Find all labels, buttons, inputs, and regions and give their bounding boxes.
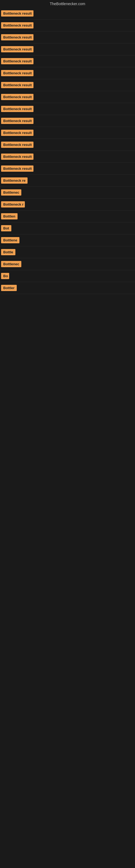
bottleneck-badge: Bottleneck result (1, 58, 34, 64)
bottleneck-badge: Bo (1, 273, 9, 279)
bottleneck-badge: Bottlene (1, 237, 19, 243)
bottleneck-badge: Bottlenec (1, 261, 21, 267)
list-item[interactable]: Bottleneck result (0, 8, 135, 20)
list-item[interactable]: Bottleneck result (0, 115, 135, 127)
bottleneck-badge: Bottleneck result (1, 118, 34, 124)
list-item[interactable]: Bottleneck result (0, 91, 135, 103)
bottleneck-badge: Bottleneck result (1, 46, 34, 52)
list-item[interactable]: Bottleneck result (0, 127, 135, 139)
bottleneck-badge: Bot (1, 225, 11, 231)
bottleneck-badge: Bottleneck result (1, 34, 34, 40)
bottleneck-badge: Bottleneck result (1, 130, 34, 136)
bottleneck-badge: Bottleneck result (1, 10, 34, 17)
bottleneck-badge: Bottleneck result (1, 94, 34, 100)
list-item[interactable]: Bottleneck result (0, 103, 135, 115)
list-item[interactable]: Bottler (0, 282, 135, 294)
list-item[interactable]: Bot (0, 222, 135, 235)
site-title: TheBottlenecker.com (0, 0, 135, 8)
list-item[interactable]: Bottleneck result (0, 163, 135, 175)
bottleneck-badge: Bottler (1, 285, 17, 291)
list-item[interactable]: Bottle (0, 246, 135, 258)
bottleneck-badge: Bottleneck result (1, 82, 34, 88)
list-item[interactable]: Bottleneck result (0, 31, 135, 43)
list-item[interactable]: Bottleneck result (0, 55, 135, 67)
bottleneck-badge: Bottleneck result (1, 106, 34, 112)
list-item[interactable]: Bottleneck result (0, 20, 135, 31)
bottleneck-badge: Bottle (1, 249, 15, 255)
list-item[interactable]: Bottlenec (0, 187, 135, 198)
list-item[interactable]: Bottlenec (0, 258, 135, 270)
list-item[interactable]: Bottlene (0, 235, 135, 246)
bottleneck-badge: Bottleneck r (1, 201, 25, 208)
list-item[interactable]: Bottleneck re (0, 175, 135, 187)
items-list: Bottleneck resultBottleneck resultBottle… (0, 8, 135, 294)
list-item[interactable]: Bottleneck result (0, 79, 135, 91)
list-item[interactable]: Bo (0, 270, 135, 282)
bottleneck-badge: Bottleneck re (1, 177, 28, 184)
list-item[interactable]: Bottleneck result (0, 139, 135, 151)
list-item[interactable]: Bottleneck result (0, 67, 135, 79)
bottleneck-badge: Bottleneck result (1, 70, 34, 76)
list-item[interactable]: Bottleneck r (0, 198, 135, 211)
list-item[interactable]: Bottlen (0, 211, 135, 222)
bottleneck-badge: Bottleneck result (1, 154, 34, 160)
bottleneck-badge: Bottlen (1, 213, 17, 219)
bottleneck-badge: Bottleneck result (1, 165, 34, 172)
list-item[interactable]: Bottleneck result (0, 43, 135, 55)
bottleneck-badge: Bottleneck result (1, 22, 34, 29)
bottleneck-badge: Bottlenec (1, 189, 21, 195)
bottleneck-badge: Bottleneck result (1, 142, 34, 148)
list-item[interactable]: Bottleneck result (0, 151, 135, 163)
